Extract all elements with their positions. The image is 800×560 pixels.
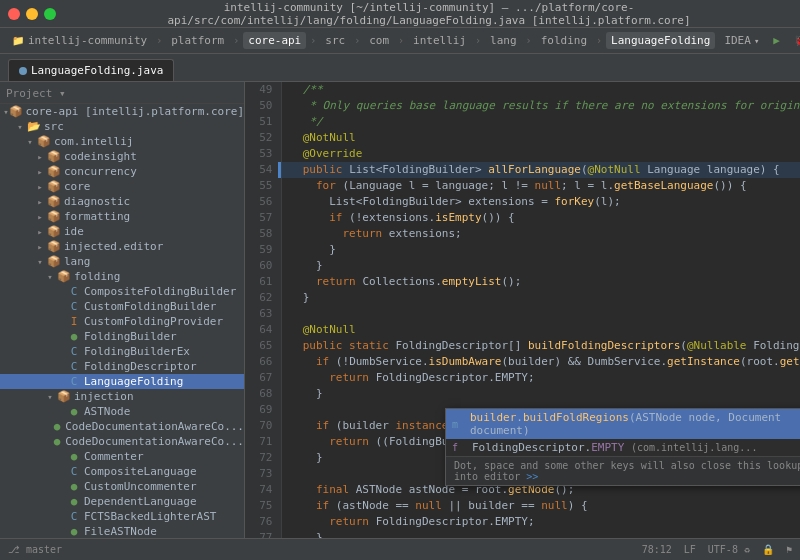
tree-item-lang[interactable]: ▾ 📦 lang [0, 254, 244, 269]
java-interface-icon: ● [66, 480, 82, 493]
tree-label: codeinsight [64, 150, 137, 163]
package-icon: 📦 [56, 390, 72, 403]
tree-label: diagnostic [64, 195, 130, 208]
tree-item-codedoc2[interactable]: ● CodeDocumentationAwareCo... [0, 434, 244, 449]
caret-position[interactable]: 78:12 [642, 544, 672, 555]
tree-item-dependent-language[interactable]: ● DependentLanguage [0, 494, 244, 509]
close-button[interactable] [8, 8, 20, 20]
line-number: 75 [245, 498, 281, 514]
autocomplete-hint-link[interactable]: >> [526, 471, 538, 482]
tree-item-injection[interactable]: ▾ 📦 injection [0, 389, 244, 404]
code-area[interactable]: 49 /** 50 * Only queries base language r… [245, 82, 800, 538]
tree-item-folding[interactable]: ▾ 📦 folding [0, 269, 244, 284]
tree-item-fcts[interactable]: C FCTSBackedLighterAST [0, 509, 244, 524]
code-line-54: 54 public List<FoldingBuilder> allForLan… [245, 162, 800, 178]
tree-item-com-intellij[interactable]: ▾ 📦 com.intellij [0, 134, 244, 149]
nav-item-idea[interactable]: IDEA ▾ [719, 32, 764, 49]
field-icon: f [452, 442, 468, 453]
tree-item-astnode[interactable]: ● ASTNode [0, 404, 244, 419]
line-number: 57 [245, 210, 281, 226]
nav-item-platform[interactable]: platform [166, 32, 229, 49]
code-line-61: 61 return Collections.emptyList(); [245, 274, 800, 290]
line-feed[interactable]: LF [684, 544, 696, 555]
tree-label: ide [64, 225, 84, 238]
tree-item-codedoc1[interactable]: ● CodeDocumentationAwareCo... [0, 419, 244, 434]
tree-item-commenter[interactable]: ● Commenter [0, 449, 244, 464]
tree-item-folding-builder-ex[interactable]: C FoldingBuilderEx [0, 344, 244, 359]
code-content: /** [281, 82, 800, 98]
line-number: 51 [245, 114, 281, 130]
expand-arrow: ▸ [34, 182, 46, 192]
tree-item-custom-folding-provider[interactable]: I CustomFoldingProvider [0, 314, 244, 329]
nav-item-project[interactable]: 📁 intellij-community [6, 32, 152, 50]
code-content: List<FoldingBuilder> extensions = forKey… [281, 194, 800, 210]
nav-separator: › [526, 35, 532, 46]
autocomplete-popup[interactable]: m builder.buildFoldRegions(ASTNode node,… [445, 408, 800, 486]
vcs-icon: ⎇ master [8, 544, 62, 555]
line-number: 62 [245, 290, 281, 306]
line-number: 73 [245, 466, 281, 482]
code-line-50: 50 * Only queries base language results … [245, 98, 800, 114]
expand-arrow: ▾ [44, 272, 56, 282]
code-line-56: 56 List<FoldingBuilder> extensions = for… [245, 194, 800, 210]
package-icon: 📦 [46, 255, 62, 268]
nav-item-intellij[interactable]: intellij [408, 32, 471, 49]
tree-item-src[interactable]: ▾ 📂 src [0, 119, 244, 134]
tree-item-core[interactable]: ▸ 📦 core [0, 179, 244, 194]
tree-item-diagnostic[interactable]: ▸ 📦 diagnostic [0, 194, 244, 209]
maximize-button[interactable] [44, 8, 56, 20]
package-icon: 📦 [46, 165, 62, 178]
tree-item-injected-editor[interactable]: ▸ 📦 injected.editor [0, 239, 244, 254]
encoding[interactable]: UTF-8 ♻ [708, 544, 750, 555]
tree-label: FoldingDescriptor [84, 360, 197, 373]
line-number: 55 [245, 178, 281, 194]
nav-item-core-api[interactable]: core-api [243, 32, 306, 49]
tree-item-core-api[interactable]: ▾ 📦 core-api [intellij.platform.core] [0, 104, 244, 119]
line-number: 77 [245, 530, 281, 538]
tree-item-composite-folding[interactable]: C CompositeFoldingBuilder [0, 284, 244, 299]
debug-button[interactable]: 🐞 [789, 32, 800, 49]
tree-item-folding-builder[interactable]: ● FoldingBuilder [0, 329, 244, 344]
tree-item-ide[interactable]: ▸ 📦 ide [0, 224, 244, 239]
event-log[interactable]: ⚑ [786, 544, 792, 555]
line-number: 60 [245, 258, 281, 274]
project-sidebar[interactable]: Project ▾ ▾ 📦 core-api [intellij.platfor… [0, 82, 245, 538]
tree-item-composite-language[interactable]: C CompositeLanguage [0, 464, 244, 479]
nav-item-languagefolding[interactable]: LanguageFolding [606, 32, 715, 49]
autocomplete-item-1[interactable]: f FoldingDescriptor.EMPTY (com.intellij.… [446, 439, 800, 456]
tree-item-custom-folding-builder[interactable]: C CustomFoldingBuilder [0, 299, 244, 314]
code-line-65: 65 public static FoldingDescriptor[] bui… [245, 338, 800, 354]
tab-bar: LanguageFolding.java [0, 54, 800, 82]
code-content: * Only queries base language results if … [281, 98, 800, 114]
tree-item-folding-descriptor[interactable]: C FoldingDescriptor [0, 359, 244, 374]
java-interface-icon: ● [66, 495, 82, 508]
tree-item-custom-uncommenter[interactable]: ● CustomUncommenter [0, 479, 244, 494]
status-right: 78:12 LF UTF-8 ♻ 🔒 ⚑ [642, 544, 792, 555]
nav-item-lang[interactable]: lang [485, 32, 522, 49]
java-interface-icon: ● [66, 525, 82, 538]
method-icon: m [452, 419, 466, 430]
autocomplete-item-0[interactable]: m builder.buildFoldRegions(ASTNode node,… [446, 409, 800, 439]
java-interface-icon: ● [66, 450, 82, 463]
run-button[interactable]: ▶ [768, 32, 785, 49]
tree-item-formatting[interactable]: ▸ 📦 formatting [0, 209, 244, 224]
tree-label: core-api [intellij.platform.core] [25, 105, 244, 118]
tree-item-codeinsight[interactable]: ▸ 📦 codeinsight [0, 149, 244, 164]
code-line-62: 62 } [245, 290, 800, 306]
minimize-button[interactable] [26, 8, 38, 20]
tab-languagefolding[interactable]: LanguageFolding.java [8, 59, 174, 81]
code-editor[interactable]: 49 /** 50 * Only queries base language r… [245, 82, 800, 538]
code-content: return FoldingDescriptor.EMPTY; [281, 514, 800, 530]
tree-label: CustomFoldingBuilder [84, 300, 216, 313]
nav-item-folding[interactable]: folding [536, 32, 592, 49]
tree-label: ASTNode [84, 405, 130, 418]
nav-item-com[interactable]: com [364, 32, 394, 49]
expand-arrow: ▸ [34, 212, 46, 222]
code-content: } [281, 290, 800, 306]
tree-item-language-folding[interactable]: C LanguageFolding [0, 374, 244, 389]
tree-item-concurrency[interactable]: ▸ 📦 concurrency [0, 164, 244, 179]
line-number: 66 [245, 354, 281, 370]
project-icon: 📁 [11, 34, 25, 48]
tree-item-file-astnode[interactable]: ● FileASTNode [0, 524, 244, 538]
nav-item-src[interactable]: src [320, 32, 350, 49]
